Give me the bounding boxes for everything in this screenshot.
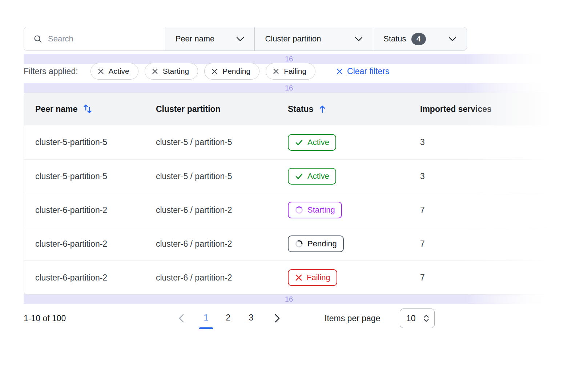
table-header-row: Peer name Cluster partition Status Impor… bbox=[24, 93, 588, 125]
cell-peer-name: cluster-5-partition-5 bbox=[24, 137, 156, 147]
spacing-marker: 16 bbox=[24, 54, 554, 64]
status-badge-pending: Pending bbox=[288, 235, 344, 252]
items-per-page-select[interactable]: 10 bbox=[400, 308, 435, 328]
x-icon bbox=[295, 274, 303, 282]
cell-peer-name: cluster-6-partition-2 bbox=[24, 205, 156, 215]
page-button-1[interactable]: 1 bbox=[202, 313, 210, 323]
clear-filters-label: Clear filters bbox=[347, 66, 389, 76]
column-header-label: Peer name bbox=[35, 104, 77, 114]
filter-chip-active[interactable]: Active bbox=[90, 63, 138, 80]
spacing-marker: 16 bbox=[24, 294, 554, 304]
dropdown-label: Cluster partition bbox=[265, 34, 321, 44]
column-header-label: Cluster partition bbox=[156, 104, 221, 114]
filter-toolbar: Peer name Cluster partition Status 4 bbox=[24, 27, 467, 51]
filter-chip-label: Starting bbox=[163, 67, 189, 76]
cell-peer-name: cluster-6-partition-2 bbox=[24, 273, 156, 283]
status-count-badge: 4 bbox=[411, 33, 426, 45]
filter-dropdown-status[interactable]: Status 4 bbox=[373, 27, 467, 51]
chevron-right-icon bbox=[275, 314, 280, 323]
table-row: cluster-6-partition-2 cluster-6 / partit… bbox=[24, 227, 588, 261]
filters-applied-row: Filters applied: Active Starting Pending… bbox=[24, 63, 389, 80]
filter-chip-starting[interactable]: Starting bbox=[145, 63, 198, 80]
filter-chip-failing[interactable]: Failing bbox=[266, 63, 315, 80]
status-badge-starting: Starting bbox=[288, 202, 342, 218]
table-row: cluster-6-partition-2 cluster-6 / partit… bbox=[24, 261, 588, 294]
items-per-page-value: 10 bbox=[406, 314, 416, 323]
chevron-down-icon bbox=[448, 37, 456, 41]
filter-dropdown-peer-name[interactable]: Peer name bbox=[165, 27, 255, 51]
cell-imported-services: 7 bbox=[420, 205, 588, 215]
status-badge-label: Starting bbox=[307, 205, 335, 215]
cell-imported-services: 3 bbox=[420, 172, 588, 181]
filter-chip-label: Active bbox=[109, 67, 129, 76]
dropdown-label: Status bbox=[383, 34, 406, 44]
page-button-2[interactable]: 2 bbox=[224, 313, 232, 323]
close-icon[interactable] bbox=[98, 68, 104, 74]
search-input[interactable] bbox=[48, 34, 156, 44]
column-header-cluster-partition[interactable]: Cluster partition bbox=[156, 104, 288, 114]
page-button-3[interactable]: 3 bbox=[247, 313, 255, 323]
cell-cluster-partition: cluster-5 / partition-5 bbox=[156, 172, 288, 181]
peers-table: Peer name Cluster partition Status Impor… bbox=[24, 93, 588, 295]
spacing-marker-label: 16 bbox=[285, 55, 293, 63]
status-badge-label: Active bbox=[307, 172, 329, 181]
chevron-down-icon bbox=[355, 37, 363, 41]
close-icon[interactable] bbox=[152, 68, 158, 74]
column-header-peer-name[interactable]: Peer name bbox=[24, 104, 156, 114]
column-header-label: Status bbox=[288, 104, 313, 114]
cell-imported-services: 3 bbox=[420, 137, 588, 147]
column-header-label: Imported services bbox=[420, 104, 492, 114]
filters-applied-label: Filters applied: bbox=[24, 66, 78, 76]
status-badge-label: Active bbox=[307, 138, 329, 147]
column-header-imported-services[interactable]: Imported services bbox=[420, 104, 588, 114]
cell-peer-name: cluster-6-partition-2 bbox=[24, 239, 156, 249]
chevron-down-icon bbox=[236, 37, 244, 41]
spacing-marker-label: 16 bbox=[285, 84, 293, 92]
close-icon[interactable] bbox=[273, 68, 279, 74]
cell-cluster-partition: cluster-5 / partition-5 bbox=[156, 137, 288, 147]
dropdown-label: Peer name bbox=[176, 34, 215, 44]
status-badge-failing: Failing bbox=[288, 269, 337, 286]
table-row: cluster-6-partition-2 cluster-6 / partit… bbox=[24, 193, 588, 227]
current-page-underline bbox=[199, 327, 213, 329]
status-badge-active: Active bbox=[288, 134, 336, 151]
prev-page-button[interactable] bbox=[177, 312, 186, 325]
table-row: cluster-5-partition-5 cluster-5 / partit… bbox=[24, 125, 588, 159]
clear-filters-button[interactable]: Clear filters bbox=[336, 66, 389, 76]
cell-peer-name: cluster-5-partition-5 bbox=[24, 172, 156, 181]
next-page-button[interactable] bbox=[273, 312, 282, 325]
close-icon[interactable] bbox=[212, 68, 218, 74]
search-icon bbox=[33, 35, 42, 43]
status-badge-label: Pending bbox=[307, 239, 337, 249]
cell-cluster-partition: cluster-6 / partition-2 bbox=[156, 239, 288, 249]
chevron-left-icon bbox=[179, 314, 184, 323]
check-icon bbox=[295, 138, 303, 147]
status-badge-label: Failing bbox=[307, 273, 330, 282]
cell-cluster-partition: cluster-6 / partition-2 bbox=[156, 205, 288, 215]
search-box[interactable] bbox=[24, 27, 165, 51]
sort-both-icon bbox=[82, 104, 93, 114]
table-row: cluster-5-partition-5 cluster-5 / partit… bbox=[24, 159, 588, 193]
filter-chip-label: Failing bbox=[284, 67, 306, 76]
status-badge-active: Active bbox=[288, 168, 336, 185]
items-per-page-label: Items per page bbox=[325, 314, 380, 323]
pagination-bar: 1-10 of 100 1 2 3 Items per page 10 bbox=[0, 307, 588, 336]
column-header-status[interactable]: Status bbox=[288, 104, 420, 114]
filter-chip-pending[interactable]: Pending bbox=[204, 63, 259, 80]
spacing-marker-label: 16 bbox=[285, 295, 293, 303]
spacing-marker: 16 bbox=[24, 83, 554, 93]
close-icon bbox=[336, 68, 343, 75]
cell-imported-services: 7 bbox=[420, 273, 588, 283]
cell-cluster-partition: cluster-6 / partition-2 bbox=[156, 273, 288, 283]
cell-imported-services: 7 bbox=[420, 239, 588, 249]
check-icon bbox=[295, 172, 303, 181]
spinner-icon bbox=[295, 239, 303, 248]
sort-asc-icon bbox=[318, 105, 326, 113]
filter-chip-label: Pending bbox=[222, 67, 250, 76]
spinner-icon bbox=[295, 206, 303, 214]
pagination-range: 1-10 of 100 bbox=[24, 314, 66, 323]
stepper-chevrons-icon bbox=[423, 313, 430, 323]
filter-dropdown-cluster-partition[interactable]: Cluster partition bbox=[254, 27, 373, 51]
